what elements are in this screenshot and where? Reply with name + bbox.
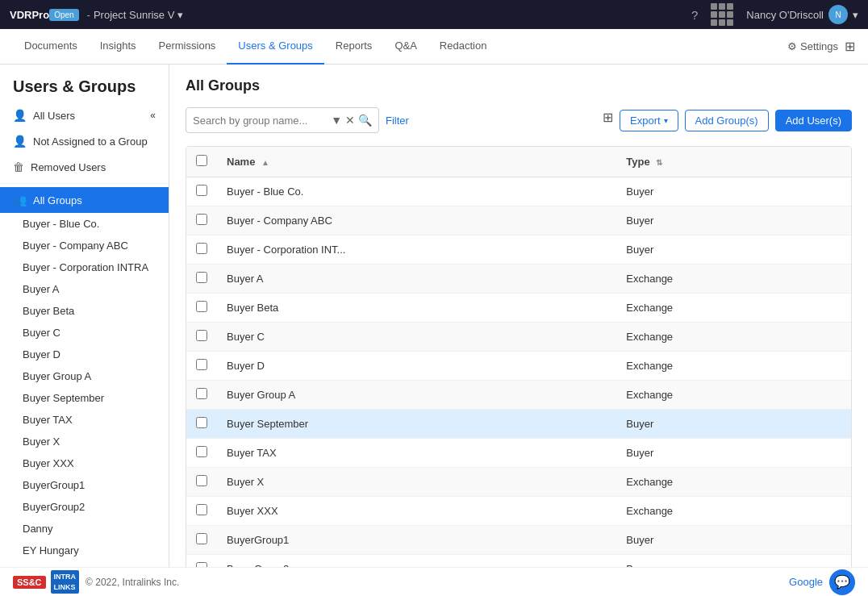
sidebar-item-not-assigned[interactable]: 👤 Not Assigned to a Group: [0, 128, 169, 154]
group-list: Buyer - Blue Co.Buyer - Company ABCBuyer…: [0, 213, 169, 561]
search-magnifier-icon[interactable]: 🔍: [358, 114, 372, 127]
separator: -: [87, 9, 90, 21]
chat-button[interactable]: 💬: [829, 569, 855, 595]
all-groups-icon: 👥: [13, 194, 27, 206]
type-col-header[interactable]: Type ⇅: [616, 147, 851, 177]
removed-users-label: Removed Users: [31, 161, 106, 173]
sidebar-item-all-groups[interactable]: 👥 All Groups: [0, 187, 169, 213]
sidebar-group-item[interactable]: Buyer - Company ABC: [0, 235, 169, 256]
grid-icon[interactable]: [711, 3, 733, 26]
table-row[interactable]: BuyerGroup2Buyer: [186, 555, 851, 568]
table-row[interactable]: Buyer CExchange: [186, 323, 851, 352]
table-row[interactable]: Buyer - Blue Co.Buyer: [186, 177, 851, 206]
collapse-btn[interactable]: «: [150, 110, 156, 121]
row-checkbox[interactable]: [196, 562, 207, 567]
row-checkbox[interactable]: [196, 272, 207, 283]
collapse-icon[interactable]: ⊞: [845, 39, 855, 54]
name-col-header[interactable]: Name ▲: [217, 147, 616, 177]
sidebar-group-item[interactable]: Buyer Beta: [0, 300, 169, 322]
project-name[interactable]: Project Sunrise V ▾: [94, 9, 183, 21]
row-name: Buyer - Blue Co.: [217, 177, 616, 206]
all-groups-label: All Groups: [33, 194, 82, 206]
tab-permissions[interactable]: Permissions: [148, 29, 227, 65]
filter-button[interactable]: Filter: [386, 115, 409, 127]
sidebar-group-item[interactable]: Buyer C: [0, 322, 169, 344]
row-checkbox[interactable]: [196, 243, 207, 254]
settings-button[interactable]: ⚙ Settings: [787, 40, 838, 52]
clear-search-icon[interactable]: ✕: [345, 114, 355, 127]
row-checkbox[interactable]: [196, 417, 207, 428]
footer-logos: SS&C INTRALINKS: [13, 570, 79, 594]
table-row[interactable]: Buyer XExchange: [186, 468, 851, 497]
row-type: Exchange: [616, 265, 851, 294]
sidebar-item-all-users[interactable]: 👤 All Users «: [0, 102, 169, 128]
row-checkbox[interactable]: [196, 359, 207, 370]
table-row[interactable]: Buyer - Corporation INT...Buyer: [186, 235, 851, 265]
table-row[interactable]: BuyerGroup1Buyer: [186, 526, 851, 555]
row-name: Buyer Group A: [217, 381, 616, 410]
table-row[interactable]: Buyer Group AExchange: [186, 381, 851, 410]
sidebar-group-item[interactable]: Buyer A: [0, 278, 169, 300]
tab-insights[interactable]: Insights: [89, 29, 148, 65]
dropdown-arrow-icon[interactable]: ▼: [331, 114, 342, 127]
sidebar-group-item[interactable]: Danny: [0, 518, 169, 540]
sidebar-group-item[interactable]: Buyer X: [0, 431, 169, 452]
tab-documents[interactable]: Documents: [13, 29, 89, 65]
table-row[interactable]: Buyer TAXBuyer: [186, 439, 851, 468]
project-chevron: ▾: [177, 9, 183, 21]
table-row[interactable]: Buyer DExchange: [186, 352, 851, 381]
row-checkbox[interactable]: [196, 475, 207, 486]
row-name: BuyerGroup2: [217, 555, 616, 568]
footer-right: Google 💬: [789, 569, 855, 595]
row-checkbox[interactable]: [196, 214, 207, 225]
row-type: Buyer: [616, 555, 851, 568]
sidebar-item-removed-users[interactable]: 🗑 Removed Users: [0, 154, 169, 180]
tab-redaction[interactable]: Redaction: [428, 29, 499, 65]
view-toggle-icon[interactable]: ⊞: [603, 110, 613, 131]
sidebar-group-item[interactable]: BuyerGroup2: [0, 496, 169, 518]
main-heading: All Groups: [186, 77, 852, 94]
sidebar-group-item[interactable]: Buyer XXX: [0, 452, 169, 474]
user-menu[interactable]: Nancy O'Driscoll N ▾: [746, 5, 858, 24]
settings-icon: ⚙: [787, 40, 797, 52]
row-checkbox[interactable]: [196, 446, 207, 457]
table-row[interactable]: Buyer BetaExchange: [186, 294, 851, 323]
sidebar-group-item[interactable]: Buyer TAX: [0, 409, 169, 431]
row-checkbox[interactable]: [196, 388, 207, 399]
row-checkbox[interactable]: [196, 185, 207, 196]
table-row[interactable]: Buyer XXXExchange: [186, 497, 851, 526]
navtab-right: ⚙ Settings ⊞: [787, 39, 855, 54]
sidebar-group-item[interactable]: BuyerGroup1: [0, 474, 169, 496]
tab-users-groups[interactable]: Users & Groups: [227, 29, 323, 65]
groups-table: Name ▲ Type ⇅ Buyer - Blue Co.BuyerBuyer…: [186, 146, 852, 567]
row-type: Exchange: [616, 497, 851, 526]
sidebar-group-item[interactable]: EY Hungary: [0, 540, 169, 561]
search-input[interactable]: [193, 115, 331, 127]
export-button[interactable]: Export ▾: [620, 110, 678, 131]
table-row[interactable]: Buyer SeptemberBuyer: [186, 410, 851, 439]
sidebar-group-item[interactable]: Buyer Group A: [0, 365, 169, 387]
tab-qna[interactable]: Q&A: [383, 29, 428, 65]
row-checkbox[interactable]: [196, 301, 207, 312]
select-all-checkbox[interactable]: [196, 155, 207, 166]
row-type: Buyer: [616, 177, 851, 206]
help-icon[interactable]: ?: [691, 8, 698, 22]
removed-users-icon: 🗑: [13, 160, 24, 173]
row-checkbox[interactable]: [196, 330, 207, 341]
not-assigned-label: Not Assigned to a Group: [33, 135, 148, 148]
add-groups-button[interactable]: Add Group(s): [685, 110, 769, 131]
table-row[interactable]: Buyer - Company ABCBuyer: [186, 206, 851, 235]
sidebar-group-item[interactable]: Buyer - Corporation INTRA: [0, 256, 169, 278]
sidebar-group-item[interactable]: Buyer D: [0, 344, 169, 365]
row-checkbox[interactable]: [196, 533, 207, 544]
table-head: Name ▲ Type ⇅: [186, 147, 851, 177]
row-name: Buyer D: [217, 352, 616, 381]
add-user-button[interactable]: Add User(s): [775, 110, 852, 131]
sidebar-group-item[interactable]: Buyer - Blue Co.: [0, 213, 169, 235]
row-checkbox[interactable]: [196, 504, 207, 515]
table-body: Buyer - Blue Co.BuyerBuyer - Company ABC…: [186, 177, 851, 568]
sidebar-group-item[interactable]: Buyer September: [0, 387, 169, 409]
table-row[interactable]: Buyer AExchange: [186, 265, 851, 294]
google-button[interactable]: Google: [789, 576, 823, 588]
tab-reports[interactable]: Reports: [324, 29, 384, 65]
